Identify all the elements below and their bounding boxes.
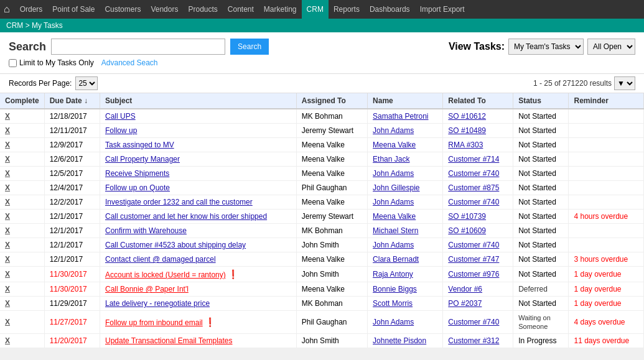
subject-link[interactable]: Call Bonnie @ Paper Int'l: [105, 285, 189, 293]
subject-cell[interactable]: Follow up on Quote: [100, 181, 296, 195]
name-cell[interactable]: Scott Morris: [368, 297, 443, 311]
complete-cell[interactable]: X: [0, 181, 44, 195]
complete-cell[interactable]: X: [0, 238, 44, 252]
subject-cell[interactable]: Contact client @ damaged parcel: [100, 252, 296, 267]
complete-x-link[interactable]: X: [5, 270, 10, 279]
complete-cell[interactable]: X: [0, 224, 44, 238]
nav-pos[interactable]: Point of Sale: [47, 0, 100, 19]
name-cell[interactable]: Bonnie Biggs: [368, 282, 443, 297]
advanced-search-link[interactable]: Advanced Seach: [101, 58, 158, 67]
nav-vendors[interactable]: Vendors: [146, 0, 183, 19]
complete-x-link[interactable]: X: [5, 226, 10, 235]
related-cell[interactable]: Customer #740: [443, 238, 513, 252]
name-link[interactable]: John Adams: [373, 198, 414, 206]
subject-cell[interactable]: Call customer and let her know his order…: [100, 210, 296, 224]
related-cell[interactable]: SO #10489: [443, 124, 513, 138]
subject-cell[interactable]: Task assinged to MV: [100, 138, 296, 152]
name-cell[interactable]: Michael Stern: [368, 224, 443, 238]
subject-cell[interactable]: Late delivery - renegotiate price: [100, 297, 296, 311]
related-cell[interactable]: Customer #976: [443, 267, 513, 282]
nav-crm[interactable]: CRM: [302, 0, 329, 19]
complete-cell[interactable]: X: [0, 282, 44, 297]
subject-link[interactable]: Follow up from inbound email: [105, 318, 203, 327]
complete-cell[interactable]: X: [0, 334, 44, 348]
related-cell[interactable]: Customer #747: [443, 252, 513, 267]
nav-products[interactable]: Products: [183, 0, 222, 19]
search-input[interactable]: [51, 39, 225, 55]
complete-cell[interactable]: X: [0, 252, 44, 267]
open-status-select[interactable]: All Open: [587, 39, 635, 55]
page-select[interactable]: ▼: [614, 76, 635, 90]
related-cell[interactable]: RMA #303: [443, 138, 513, 152]
subject-link[interactable]: Call Customer #4523 about shipping delay: [105, 241, 246, 249]
name-cell[interactable]: Johnette Pisdon: [368, 334, 443, 348]
related-cell[interactable]: Customer #312: [443, 334, 513, 348]
name-link[interactable]: Samatha Petroni: [373, 112, 428, 121]
home-icon[interactable]: ⌂: [4, 4, 10, 15]
name-link[interactable]: Clara Bernadt: [373, 255, 419, 264]
name-link[interactable]: Meena Valke: [373, 141, 416, 149]
related-link[interactable]: Customer #740: [448, 318, 499, 326]
col-due-date[interactable]: Due Date ↓: [44, 93, 100, 109]
nav-customers[interactable]: Customers: [100, 0, 146, 19]
related-cell[interactable]: PO #2037: [443, 297, 513, 311]
related-link[interactable]: Customer #740: [448, 169, 499, 178]
complete-cell[interactable]: X: [0, 195, 44, 210]
related-cell[interactable]: Vendor #6: [443, 282, 513, 297]
name-cell[interactable]: John Adams: [368, 167, 443, 181]
subject-link[interactable]: Confirm with Warehouse: [105, 226, 187, 235]
related-cell[interactable]: Customer #740: [443, 311, 513, 334]
complete-x-link[interactable]: X: [5, 126, 10, 135]
related-link[interactable]: SO #10739: [448, 212, 486, 221]
related-link[interactable]: Customer #976: [448, 270, 499, 279]
related-link[interactable]: Customer #875: [448, 183, 499, 192]
name-cell[interactable]: John Adams: [368, 238, 443, 252]
subject-link[interactable]: Task assinged to MV: [105, 141, 174, 149]
limit-tasks-checkbox-label[interactable]: Limit to My Tasks Only: [9, 58, 94, 67]
name-link[interactable]: Raja Antony: [373, 270, 413, 279]
nav-marketing[interactable]: Marketing: [259, 0, 302, 19]
complete-x-link[interactable]: X: [5, 212, 10, 221]
name-cell[interactable]: Ethan Jack: [368, 152, 443, 167]
related-cell[interactable]: Customer #740: [443, 167, 513, 181]
related-cell[interactable]: SO #10739: [443, 210, 513, 224]
name-cell[interactable]: Meena Valke: [368, 138, 443, 152]
name-link[interactable]: Meena Valke: [373, 212, 416, 221]
subject-link[interactable]: Contact client @ damaged parcel: [105, 255, 216, 264]
nav-content[interactable]: Content: [223, 0, 259, 19]
subject-cell[interactable]: Call Property Manager: [100, 152, 296, 167]
related-link[interactable]: Customer #740: [448, 241, 499, 249]
related-link[interactable]: Vendor #6: [448, 285, 482, 293]
complete-x-link[interactable]: X: [5, 336, 10, 345]
name-link[interactable]: John Gillespie: [373, 183, 419, 192]
records-per-page-select[interactable]: 25: [75, 76, 98, 90]
subject-link[interactable]: Follow up: [105, 126, 137, 135]
view-tasks-select[interactable]: My Team's Tasks: [508, 39, 584, 55]
related-cell[interactable]: SO #10609: [443, 224, 513, 238]
related-link[interactable]: Customer #747: [448, 255, 499, 264]
name-link[interactable]: John Adams: [373, 241, 414, 249]
related-cell[interactable]: SO #10612: [443, 109, 513, 124]
name-cell[interactable]: Meena Valke: [368, 210, 443, 224]
complete-cell[interactable]: X: [0, 297, 44, 311]
complete-x-link[interactable]: X: [5, 198, 10, 206]
complete-cell[interactable]: X: [0, 311, 44, 334]
name-cell[interactable]: John Gillespie: [368, 181, 443, 195]
complete-cell[interactable]: X: [0, 124, 44, 138]
subject-link[interactable]: Investigate order 1232 and call the cust…: [105, 198, 253, 206]
subject-cell[interactable]: Investigate order 1232 and call the cust…: [100, 195, 296, 210]
name-link[interactable]: Ethan Jack: [373, 155, 409, 164]
related-link[interactable]: SO #10489: [448, 126, 486, 135]
complete-x-link[interactable]: X: [5, 318, 10, 326]
complete-cell[interactable]: X: [0, 138, 44, 152]
subject-link[interactable]: Call customer and let her know his order…: [105, 212, 267, 221]
related-cell[interactable]: Customer #875: [443, 181, 513, 195]
subject-cell[interactable]: Account is locked (UserId = rantony) ❗: [100, 267, 296, 282]
complete-x-link[interactable]: X: [5, 255, 10, 264]
related-link[interactable]: Customer #714: [448, 155, 499, 164]
nav-reports[interactable]: Reports: [329, 0, 365, 19]
name-cell[interactable]: Clara Bernadt: [368, 252, 443, 267]
limit-tasks-checkbox[interactable]: [9, 59, 17, 67]
subject-cell[interactable]: Confirm with Warehouse: [100, 224, 296, 238]
subject-link[interactable]: Call Property Manager: [105, 155, 180, 164]
